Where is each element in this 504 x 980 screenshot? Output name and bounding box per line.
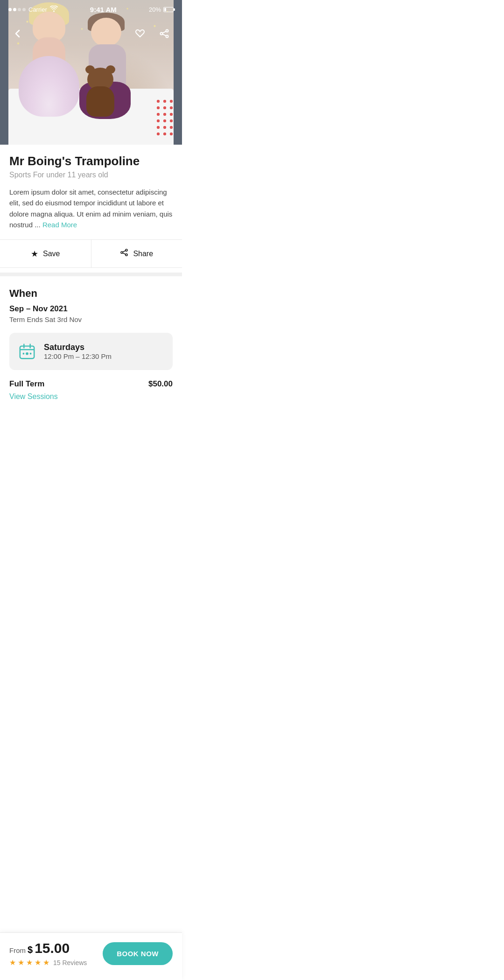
schedule-card: Saturdays 12:00 Pm – 12:30 Pm: [9, 333, 173, 370]
when-title: When: [9, 287, 173, 300]
date-range: Sep – Nov 2021: [9, 304, 173, 314]
battery-percentage: 20%: [149, 6, 161, 13]
signal-dot-3: [18, 8, 21, 11]
battery-icon: [163, 7, 174, 12]
svg-point-0: [166, 30, 168, 32]
favorite-button[interactable]: [132, 25, 148, 42]
bottom-spacer: [0, 410, 182, 457]
venue-subtitle: Sports For under 11 years old: [9, 171, 173, 179]
action-row: ★ Save Share: [0, 239, 182, 268]
schedule-info: Saturdays 12:00 Pm – 12:30 Pm: [44, 343, 112, 360]
content-area: Mr Boing's Trampoline Sports For under 1…: [0, 145, 182, 268]
signal-dot-1: [8, 8, 12, 11]
svg-line-9: [123, 253, 126, 254]
status-bar: Carrier 9:41 AM 20%: [0, 0, 182, 17]
svg-point-5: [126, 249, 127, 251]
save-action-button[interactable]: ★ Save: [0, 240, 91, 267]
battery-fill: [164, 8, 166, 11]
calendar-icon: [17, 341, 37, 362]
svg-line-3: [162, 31, 166, 33]
wifi-icon: [50, 6, 58, 14]
signal-dot-4: [22, 8, 26, 11]
signal-icon: [8, 8, 26, 11]
description-text: Lorem ipsum dolor sit amet, consectetur …: [9, 188, 172, 229]
svg-point-16: [30, 353, 32, 355]
term-ends: Term Ends Sat 3rd Nov: [9, 315, 173, 323]
svg-point-7: [126, 254, 127, 256]
carrier-label: Carrier: [28, 6, 47, 13]
svg-line-8: [123, 251, 126, 252]
nav-right-buttons: [132, 25, 173, 42]
share-label: Share: [133, 250, 153, 258]
view-sessions-button[interactable]: View Sessions: [9, 392, 58, 401]
read-more-link[interactable]: Read More: [42, 221, 77, 229]
svg-point-2: [166, 35, 168, 38]
hero-image: [0, 0, 182, 145]
time-display: 9:41 AM: [90, 6, 117, 14]
share-action-button[interactable]: Share: [91, 240, 182, 267]
venue-title: Mr Boing's Trampoline: [9, 154, 173, 168]
svg-point-6: [121, 252, 123, 253]
svg-point-15: [23, 353, 25, 355]
venue-description: Lorem ipsum dolor sit amet, consectetur …: [9, 187, 173, 230]
when-section: When Sep – Nov 2021 Term Ends Sat 3rd No…: [0, 276, 182, 370]
save-icon: ★: [31, 249, 38, 259]
back-button[interactable]: [9, 25, 26, 42]
schedule-time: 12:00 Pm – 12:30 Pm: [44, 352, 112, 360]
pricing-label: Full Term: [9, 379, 44, 389]
pricing-value: $50.00: [148, 379, 173, 389]
figure-1-dress: [19, 56, 79, 117]
nav-overlay: [0, 21, 182, 47]
status-right: 20%: [149, 6, 174, 13]
bedding-dots: [155, 98, 174, 135]
svg-point-1: [161, 33, 163, 35]
svg-point-14: [26, 352, 28, 355]
share-button-nav[interactable]: [156, 25, 173, 42]
section-separator: [0, 273, 182, 276]
teddy-bear: [82, 75, 119, 117]
pricing-row: Full Term $50.00: [9, 379, 173, 389]
share-icon: [120, 248, 128, 259]
signal-dot-2: [13, 8, 16, 11]
schedule-day: Saturdays: [44, 343, 112, 352]
status-left: Carrier: [8, 6, 58, 14]
svg-line-4: [162, 34, 166, 36]
save-label: Save: [43, 250, 60, 258]
battery-body: [163, 7, 174, 12]
pricing-section: Full Term $50.00 View Sessions: [0, 379, 182, 410]
teddy-body: [86, 86, 114, 117]
